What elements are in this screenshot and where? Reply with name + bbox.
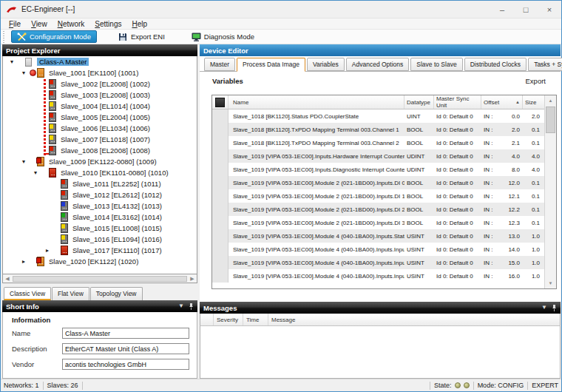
description-field[interactable] (62, 343, 189, 354)
table-row[interactable]: Slave_1019 [VIPA 053-1EC00].Inputs.Diagn… (212, 163, 544, 176)
expand-arrow-icon[interactable]: ▾ (19, 159, 28, 165)
row-gutter[interactable] (212, 109, 228, 123)
menu-item-help[interactable]: Help (126, 20, 152, 28)
column-header-offset[interactable]: Offset ▲ (481, 95, 523, 109)
tab-tasks-sync-units[interactable]: Tasks + Sync Units (528, 58, 562, 71)
tree-item-slave-1020[interactable]: ▸Slave_1020 [EK1122] (1020) (3, 256, 197, 267)
tree-item-slave-1016[interactable]: Slave_1016 [EL1094] (1016) (3, 234, 197, 245)
tree-item-slave-1006[interactable]: Slave_1006 [EL1034] (1006) (3, 123, 197, 134)
row-gutter[interactable] (212, 176, 228, 189)
expand-arrow-icon[interactable]: ▾ (7, 59, 16, 65)
export-link[interactable]: Export (526, 77, 546, 85)
tab-process-data-image[interactable]: Process Data Image (237, 58, 305, 72)
scrollbar-thumb[interactable] (13, 276, 187, 282)
scroll-down-icon[interactable]: ▼ (545, 278, 556, 288)
maximize-button[interactable]: □ (514, 1, 538, 18)
tab-classic-view[interactable]: Classic View (4, 287, 51, 300)
tree-item-slave-1012[interactable]: Slave_1012 [EL2612] (1012) (3, 189, 197, 200)
select-all-cell[interactable] (212, 95, 228, 109)
table-vertical-scrollbar[interactable]: ▲ ▼ (544, 95, 556, 288)
row-gutter[interactable] (212, 229, 228, 243)
close-button[interactable]: × (538, 1, 561, 18)
vendor-field[interactable] (62, 359, 189, 370)
tab-advanced-options[interactable]: Advanced Options (346, 58, 409, 71)
tree-item-slave-1009[interactable]: ▾Slave_1009 [EK1122-0080] (1009) (3, 156, 197, 167)
tree-item-slave-1010[interactable]: ▾Slave_1010 [EK1101-0080] (1010) (3, 167, 197, 178)
tab-distributed-clocks[interactable]: Distributed Clocks (464, 58, 527, 71)
select-all-checkbox[interactable] (215, 98, 225, 107)
configuration-mode-button[interactable]: Configuration Mode (11, 30, 97, 43)
scrollbar-thumb[interactable] (546, 107, 555, 133)
scroll-up-icon[interactable]: ▲ (545, 95, 556, 106)
menu-item-settings[interactable]: Settings (89, 20, 126, 28)
table-row[interactable]: Slave_1018 [BK1120].TxPDO Mapping Termin… (212, 136, 544, 149)
tree-item-slave-1008[interactable]: Slave_1008 [EL2008] (1008) (3, 145, 197, 156)
column-header-time[interactable]: Time (243, 314, 268, 325)
expand-arrow-icon[interactable]: ▾ (31, 170, 40, 176)
tab-variables[interactable]: Variables (307, 58, 345, 71)
tree-item-slave-1003[interactable]: Slave_1003 [EL2008] (1003) (3, 89, 197, 101)
column-header-name[interactable]: Name (228, 95, 404, 109)
tree-item-slave-1005[interactable]: Slave_1005 [EL2004] (1005) (3, 112, 197, 123)
scroll-right-icon[interactable]: ▶ (188, 276, 197, 281)
tree-item-slave-1002[interactable]: Slave_1002 [EL2008] (1002) (3, 78, 197, 89)
tree-item-slave-1011[interactable]: Slave_1011 [EL2252] (1011) (3, 178, 197, 189)
tab-slave-to-slave[interactable]: Slave to Slave (410, 58, 462, 71)
table-row[interactable]: Slave_1019 [VIPA 053-1EC00].Module 4 (04… (212, 256, 544, 269)
table-row[interactable]: Slave_1018 [BK1120].TxPDO Mapping Termin… (212, 123, 544, 136)
table-row[interactable]: Slave_1018 [BK1120].Status PDO.CouplerSt… (212, 109, 544, 123)
row-gutter[interactable] (212, 269, 228, 283)
table-row[interactable]: Slave_1019 [VIPA 053-1EC00].Module 2 (02… (212, 216, 544, 229)
diagnosis-mode-button[interactable]: Diagnosis Mode (186, 30, 260, 43)
table-row[interactable]: Slave_1019 [VIPA 053-1EC00].Module 2 (02… (212, 203, 544, 216)
tab-flat-view[interactable]: Flat View (52, 287, 89, 300)
export-eni-button[interactable]: Export ENI (113, 30, 170, 43)
table-row[interactable]: Slave_1019 [VIPA 053-1EC00].Module 4 (04… (212, 243, 544, 256)
column-header-datatype[interactable]: Datatype (404, 95, 434, 109)
row-gutter[interactable] (212, 149, 228, 163)
column-header-severity[interactable]: Severity (214, 314, 243, 325)
scroll-left-icon[interactable]: ◀ (3, 276, 12, 281)
column-header-master-sync-unit[interactable]: Master Sync Unit (434, 95, 481, 109)
collapse-arrow-icon[interactable]: ▸ (19, 259, 28, 265)
row-gutter[interactable] (212, 203, 228, 216)
row-gutter[interactable] (212, 123, 228, 136)
table-row[interactable]: Slave_1019 [VIPA 053-1EC00].Module 4 (04… (212, 229, 544, 243)
collapse-panel-icon[interactable]: ▼ (178, 303, 184, 309)
pin-icon[interactable] (189, 303, 194, 310)
tree-item-class-a[interactable]: ▾Class-A Master (3, 56, 197, 67)
table-row[interactable]: Slave_1019 [VIPA 053-1EC00].Module 4 (04… (212, 269, 544, 283)
tree-item-slave-1004[interactable]: Slave_1004 [EL1014] (1004) (3, 101, 197, 112)
table-row[interactable]: Slave_1019 [VIPA 053-1EC00].Module 2 (02… (212, 176, 544, 189)
tab-topology-view[interactable]: Topology View (90, 287, 143, 300)
row-gutter[interactable] (212, 243, 228, 256)
row-gutter[interactable] (212, 136, 228, 149)
tree-item-slave-1013[interactable]: Slave_1013 [EL4132] (1013) (3, 200, 197, 212)
column-header-size[interactable]: Size (523, 95, 544, 109)
menu-item-file[interactable]: File (4, 20, 26, 28)
menu-item-network[interactable]: Network (53, 20, 90, 28)
row-gutter[interactable] (212, 256, 228, 269)
cell-size: 1.0 (523, 233, 544, 240)
expand-arrow-icon[interactable]: ▾ (19, 70, 28, 76)
collapse-arrow-icon[interactable]: ▸ (43, 248, 52, 254)
table-row[interactable]: Slave_1019 [VIPA 053-1EC00].Inputs.Hardw… (212, 149, 544, 163)
pin-icon[interactable] (552, 305, 557, 311)
name-field[interactable] (62, 328, 189, 339)
collapse-panel-icon[interactable]: ▼ (541, 305, 547, 311)
tab-master[interactable]: Master (204, 58, 235, 71)
row-gutter[interactable] (212, 216, 228, 229)
tree-item-slave-1014[interactable]: Slave_1014 [EL3162] (1014) (3, 212, 197, 223)
tree-item-slave-1001[interactable]: ▾Slave_1001 [EK1100] (1001) (3, 67, 197, 78)
row-gutter[interactable] (212, 189, 228, 203)
minimize-button[interactable]: – (490, 1, 514, 18)
toolbar-grip[interactable] (3, 31, 7, 43)
tree-item-slave-1007[interactable]: Slave_1007 [EL1018] (1007) (3, 134, 197, 145)
table-row[interactable]: Slave_1019 [VIPA 053-1EC00].Module 2 (02… (212, 189, 544, 203)
tree-horizontal-scrollbar[interactable]: ◀ ▶ (2, 274, 197, 283)
column-header-message[interactable]: Message (268, 314, 560, 325)
tree-item-slave-1015[interactable]: Slave_1015 [EL1008] (1015) (3, 223, 197, 234)
row-gutter[interactable] (212, 163, 228, 176)
tree-item-slave-1017[interactable]: ▸Slave_1017 [EK1110] (1017) (3, 245, 197, 256)
menu-item-view[interactable]: View (26, 20, 53, 28)
